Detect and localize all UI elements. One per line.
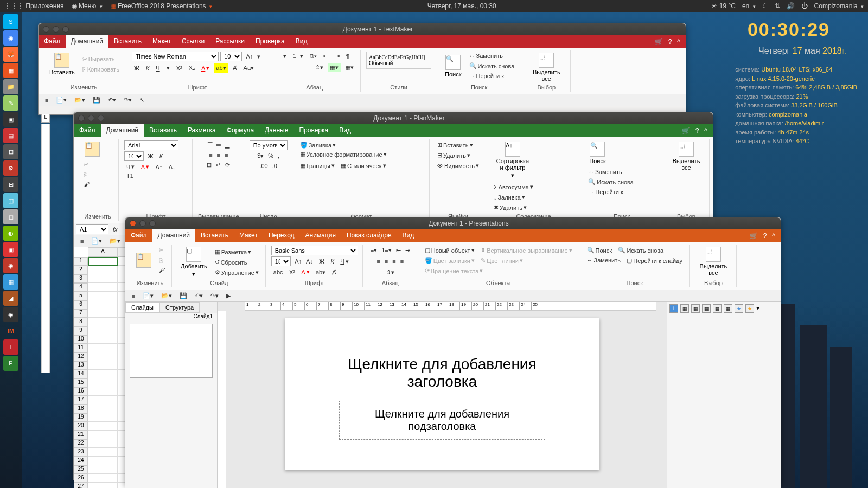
dock-firefox-icon[interactable]: 🦊	[3, 47, 18, 62]
minimize-icon[interactable]	[53, 26, 59, 33]
visibility-button[interactable]: 👁 Видимость▾	[435, 161, 481, 170]
fill-color-button[interactable]: 🪣 Цвет заливки▾	[423, 256, 477, 265]
font-color-button[interactable]: A▾	[299, 267, 311, 277]
collapse-ribbon-icon[interactable]: ^	[704, 127, 707, 134]
borders-button[interactable]: ▦ Границы▾	[298, 161, 337, 170]
row-header[interactable]: 20	[74, 422, 88, 431]
cell[interactable]	[88, 439, 118, 448]
align-justify-button[interactable]: ≡	[303, 63, 311, 72]
align-right-button[interactable]: ≡	[293, 63, 301, 72]
cell[interactable]	[88, 413, 118, 422]
prop-icon[interactable]: ▦	[724, 304, 732, 313]
currency-button[interactable]: $▾	[255, 151, 266, 160]
valign-button[interactable]: ⬍ Вертикальное выравнивание▾	[478, 246, 574, 255]
font-shrink-icon[interactable]: A↓	[304, 257, 315, 266]
insert-cells-button[interactable]: ⊞ Вставить▾	[435, 140, 475, 150]
italic-button[interactable]: К	[144, 63, 151, 73]
lang-indicator[interactable]: en ▾	[742, 2, 756, 10]
row-header[interactable]: 10	[74, 335, 88, 344]
align-justify-button[interactable]: ≡	[398, 257, 406, 266]
paste-button[interactable]: 📋	[133, 252, 155, 269]
dock-app9-icon[interactable]: ▦	[3, 274, 18, 290]
tab-transition[interactable]: Переход	[263, 229, 300, 242]
cart-icon[interactable]: 🛒	[750, 232, 758, 240]
menu-button[interactable]: ◉ Меню ▾	[72, 2, 103, 10]
row-header[interactable]: 9	[74, 326, 88, 335]
cell[interactable]	[88, 300, 118, 309]
paste-button[interactable]: 📋	[81, 140, 103, 158]
multilevel-button[interactable]: ⧉▾	[308, 52, 319, 61]
cell[interactable]	[88, 335, 118, 344]
find-again-button[interactable]: 🔍 Искать снова	[586, 177, 636, 187]
comma-button[interactable]: ,	[276, 151, 282, 160]
align-center-button[interactable]: ≡	[215, 151, 222, 159]
row-header[interactable]: 18	[74, 404, 88, 413]
add-slide-button[interactable]: ▢+Добавить▾	[177, 246, 210, 279]
bold-button[interactable]: Ж	[145, 152, 155, 160]
dec-indent-button[interactable]: ⇤	[394, 246, 403, 255]
dock-app3-icon[interactable]: ⊞	[3, 144, 18, 159]
cell[interactable]	[88, 283, 118, 292]
cell[interactable]	[88, 266, 118, 274]
help-icon[interactable]: ?	[763, 232, 767, 240]
copy-button[interactable]: ⎘ Копировать	[80, 65, 122, 74]
qat-redo-icon[interactable]: ↷▾	[208, 291, 221, 300]
row-header[interactable]: 17	[74, 396, 88, 404]
tab-file[interactable]: Файл	[125, 229, 152, 242]
dock-app-icon[interactable]: ▦	[3, 63, 18, 78]
tab-home[interactable]: Домашний	[101, 124, 144, 137]
valign-mid-button[interactable]: ═	[214, 140, 223, 149]
find-again-button[interactable]: 🔍 Искать снова	[467, 61, 517, 70]
font-size-select[interactable]: 10	[220, 52, 242, 61]
qat-menu-icon[interactable]: ≡	[43, 96, 50, 105]
cut-button[interactable]: ✂ Вырезать	[80, 55, 122, 64]
tab-file[interactable]: Файл	[39, 35, 66, 48]
close-icon[interactable]	[43, 26, 49, 33]
shading-button[interactable]: ▦▾	[328, 63, 341, 72]
number-format-select[interactable]: По умолчан	[250, 140, 288, 150]
prop-icon[interactable]: ▦	[691, 304, 700, 313]
autosum-button[interactable]: Σ Автосумма▾	[492, 182, 535, 191]
dock-app5-icon[interactable]: ◫	[3, 193, 18, 208]
select-all-button[interactable]: ⬚Выделить всe	[527, 52, 566, 83]
align-left-button[interactable]: ≡	[207, 151, 214, 159]
dock-app8-icon[interactable]: ◉	[3, 258, 18, 273]
network-icon[interactable]: ⇅	[775, 2, 780, 10]
maximize-icon[interactable]	[98, 115, 104, 121]
borders-button[interactable]: ▦▾	[343, 63, 356, 72]
line-spacing-button[interactable]: ⇕▾	[313, 63, 326, 72]
tab-layout[interactable]: Разметка	[182, 124, 221, 137]
layout-button[interactable]: ▦ Разметка▾	[213, 247, 254, 256]
row-header[interactable]: 26	[74, 474, 88, 483]
new-object-button[interactable]: ▢ Новый объект▾	[423, 246, 477, 255]
bullets-button[interactable]: ≡▾	[278, 52, 289, 61]
copy-button[interactable]: ⎘	[157, 256, 167, 265]
percent-button[interactable]: %	[266, 151, 276, 160]
cond-format-button[interactable]: ▦ Условное форматирование▾	[298, 150, 389, 159]
goto-button[interactable]: → Перейти к	[586, 188, 636, 196]
qat-menu-icon[interactable]: ≡	[130, 292, 137, 300]
dock-chromium-icon[interactable]: ◉	[3, 30, 18, 46]
font-shrink-button[interactable]: A↓	[167, 163, 178, 171]
merge-button[interactable]: ⊞	[205, 160, 214, 170]
tab-file[interactable]: Файл	[74, 124, 101, 137]
align-center-button[interactable]: ≡	[382, 257, 390, 266]
weather-indicator[interactable]: ☀ 19 °C	[711, 2, 736, 10]
night-icon[interactable]: ☾	[762, 2, 768, 10]
inc-indent-button[interactable]: ⇥	[403, 246, 412, 255]
cell[interactable]	[88, 448, 118, 457]
cell[interactable]	[88, 483, 118, 488]
star-icon[interactable]: ★	[745, 304, 754, 313]
dec-indent-button[interactable]: ⇤	[321, 52, 330, 61]
cell[interactable]	[88, 422, 118, 431]
collapse-ribbon-icon[interactable]: ^	[677, 38, 680, 46]
maximize-icon[interactable]	[149, 220, 156, 227]
wrap-button[interactable]: ↵	[214, 160, 223, 170]
dock-terminal-icon[interactable]: ▣	[3, 112, 18, 127]
cell[interactable]	[88, 309, 118, 318]
qat-undo-icon[interactable]: ↶▾	[106, 95, 118, 105]
align-left-button[interactable]: ≡	[273, 63, 280, 72]
search-button[interactable]: 🔍 Поиск	[585, 246, 614, 255]
tab-view[interactable]: Вид	[397, 229, 420, 242]
cell[interactable]	[88, 257, 118, 266]
